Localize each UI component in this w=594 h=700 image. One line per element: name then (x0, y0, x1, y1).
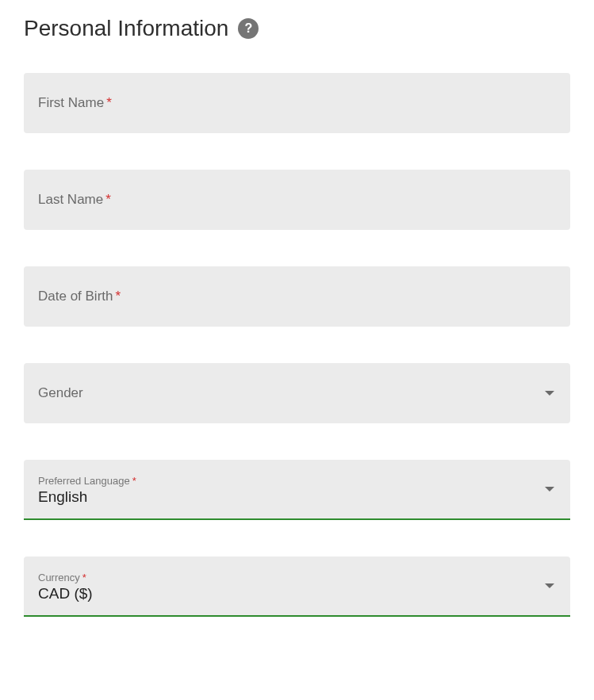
last-name-label: Last Name* (38, 192, 111, 208)
first-name-input[interactable]: First Name* (24, 73, 570, 133)
chevron-down-icon (545, 583, 554, 588)
currency-label: Currency* (38, 572, 86, 583)
required-mark: * (82, 572, 86, 583)
required-mark: * (116, 289, 121, 304)
preferred-language-value: English (38, 488, 87, 506)
page-title: Personal Information (24, 16, 228, 41)
preferred-language-label: Preferred Language* (38, 475, 136, 487)
help-icon[interactable]: ? (238, 18, 259, 39)
gender-select[interactable]: Gender (24, 363, 570, 423)
chevron-down-icon (545, 487, 554, 492)
required-mark: * (105, 192, 111, 207)
currency-select[interactable]: Currency* CAD ($) (24, 557, 570, 617)
preferred-language-select[interactable]: Preferred Language* English (24, 460, 570, 520)
gender-label: Gender (38, 385, 83, 401)
required-mark: * (106, 95, 112, 110)
date-of-birth-input[interactable]: Date of Birth* (24, 266, 570, 327)
date-of-birth-label: Date of Birth* (38, 289, 121, 304)
first-name-label: First Name* (38, 95, 112, 111)
required-mark: * (132, 475, 136, 487)
currency-value: CAD ($) (38, 585, 93, 602)
chevron-down-icon (545, 391, 554, 396)
form-header: Personal Information ? (24, 16, 570, 41)
last-name-input[interactable]: Last Name* (24, 170, 570, 230)
